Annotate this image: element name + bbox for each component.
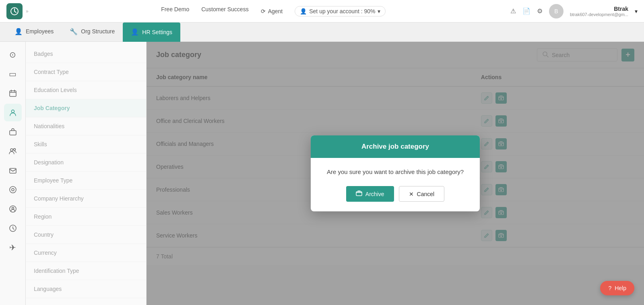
menu-item-job-category[interactable]: Job Category bbox=[26, 99, 146, 117]
document-icon[interactable]: 📄 bbox=[522, 7, 530, 15]
sidebar-icon-team[interactable] bbox=[4, 142, 22, 160]
sidebar-icon-dashboard[interactable]: ⊙ bbox=[4, 46, 22, 63]
top-nav-right: ⚠ 📄 ⚙ B Btrak btrak607-development@gm...… bbox=[510, 4, 638, 18]
menu-item-pay-frequency[interactable]: Pay Frequency bbox=[26, 298, 146, 305]
top-nav-links: Free Demo Customer Success ⟳ Agent 👤 Set… bbox=[37, 6, 510, 16]
tab-employees[interactable]: 👤 Employees bbox=[6, 23, 62, 42]
svg-point-10 bbox=[13, 149, 15, 151]
menu-item-contract-type[interactable]: Contract Type bbox=[26, 63, 146, 81]
nav-link-free-demo[interactable]: Free Demo bbox=[161, 6, 189, 16]
modal-body: Are you sure you want to archive this jo… bbox=[311, 158, 480, 186]
svg-point-7 bbox=[11, 110, 14, 113]
menu-item-languages[interactable]: Languages bbox=[26, 280, 146, 298]
top-nav: » Free Demo Customer Success ⟳ Agent 👤 S… bbox=[0, 0, 644, 23]
menu-item-company-hierarchy[interactable]: Company Hierarchy bbox=[26, 190, 146, 208]
alert-icon[interactable]: ⚠ bbox=[510, 7, 516, 15]
user-name: Btrak bbox=[570, 6, 628, 12]
modal-title: Archive job category bbox=[361, 143, 429, 150]
menu-item-skills[interactable]: Skills bbox=[26, 135, 146, 154]
help-label: Help bbox=[615, 285, 626, 291]
cancel-icon: ✕ bbox=[409, 191, 414, 197]
chevron-down-icon: ▾ bbox=[378, 8, 380, 14]
nav-expander[interactable]: » bbox=[26, 8, 29, 14]
svg-line-18 bbox=[13, 228, 14, 229]
modal-header: Archive job category bbox=[311, 135, 480, 158]
settings-icon[interactable]: ⚙ bbox=[537, 7, 543, 15]
org-structure-tab-icon: 🔧 bbox=[70, 28, 78, 35]
menu-item-nationalities[interactable]: Nationalities bbox=[26, 117, 146, 135]
sidebar-icon-analytics[interactable] bbox=[4, 181, 22, 199]
help-icon: ? bbox=[608, 285, 611, 291]
nav-link-customer-success[interactable]: Customer Success bbox=[201, 6, 248, 16]
svg-rect-11 bbox=[10, 168, 16, 173]
tabs-bar: 👤 Employees 🔧 Org Structure 👤 HR Setting… bbox=[0, 23, 644, 42]
avatar[interactable]: B bbox=[549, 4, 564, 18]
archive-btn-icon bbox=[356, 190, 362, 198]
sidebar-icon-calendar[interactable] bbox=[4, 84, 22, 102]
sidebar-icon-user-circle[interactable] bbox=[4, 200, 22, 218]
menu-item-currency[interactable]: Currency bbox=[26, 244, 146, 262]
cancel-button[interactable]: ✕ Cancel bbox=[399, 186, 445, 202]
user-email: btrak607-development@gm... bbox=[570, 12, 628, 17]
sidebar-icon-monitor[interactable]: ▭ bbox=[4, 65, 22, 83]
archive-confirm-button[interactable]: Archive bbox=[346, 186, 394, 202]
sidebar-icon-send[interactable]: ✈ bbox=[4, 239, 22, 256]
user-dropdown-icon[interactable]: ▾ bbox=[635, 8, 638, 14]
sidebar-icon-person[interactable] bbox=[4, 104, 22, 121]
menu-item-designation[interactable]: Designation bbox=[26, 154, 146, 172]
svg-rect-3 bbox=[10, 91, 16, 96]
cancel-btn-label: Cancel bbox=[417, 191, 435, 197]
icon-sidebar: ⊙ ▭ bbox=[0, 42, 26, 305]
menu-item-employee-type[interactable]: Employee Type bbox=[26, 172, 146, 190]
content-area: Job category + J bbox=[147, 42, 644, 305]
left-menu: Badges Contract Type Education Levels Jo… bbox=[26, 42, 147, 305]
menu-item-country[interactable]: Country bbox=[26, 226, 146, 244]
tab-org-structure[interactable]: 🔧 Org Structure bbox=[62, 23, 123, 42]
menu-item-badges[interactable]: Badges bbox=[26, 45, 146, 63]
archive-modal: Archive job category Are you sure you wa… bbox=[311, 135, 480, 212]
setup-button[interactable]: 👤 Set up your account : 90% ▾ bbox=[295, 6, 386, 16]
svg-point-13 bbox=[12, 188, 14, 191]
menu-item-identification-type[interactable]: Identification Type bbox=[26, 262, 146, 280]
svg-rect-8 bbox=[10, 131, 16, 135]
archive-btn-label: Archive bbox=[365, 191, 384, 197]
tab-hr-settings[interactable]: 👤 HR Settings bbox=[123, 23, 180, 42]
sidebar-icon-mail[interactable] bbox=[4, 162, 22, 179]
menu-item-education-levels[interactable]: Education Levels bbox=[26, 81, 146, 99]
modal-actions: Archive ✕ Cancel bbox=[311, 186, 480, 211]
svg-point-12 bbox=[10, 186, 16, 193]
person-icon: 👤 bbox=[300, 8, 307, 14]
main-layout: ⊙ ▭ bbox=[0, 42, 644, 305]
modal-overlay: Archive job category Are you sure you wa… bbox=[147, 42, 644, 305]
hr-settings-tab-icon: 👤 bbox=[131, 28, 139, 36]
sidebar-icon-briefcase[interactable] bbox=[4, 123, 22, 141]
sidebar-icon-clock[interactable] bbox=[4, 219, 22, 237]
svg-point-9 bbox=[10, 149, 13, 151]
menu-item-region[interactable]: Region bbox=[26, 208, 146, 226]
agent-icon: ⟳ bbox=[261, 8, 266, 14]
svg-line-2 bbox=[14, 11, 16, 12]
svg-point-15 bbox=[12, 207, 14, 209]
user-info: Btrak btrak607-development@gm... bbox=[570, 6, 628, 17]
modal-message: Are you sure you want to archive this jo… bbox=[322, 168, 469, 177]
employees-tab-icon: 👤 bbox=[14, 28, 23, 35]
nav-link-agent[interactable]: ⟳ Agent bbox=[261, 6, 283, 16]
help-button[interactable]: ? Help bbox=[600, 281, 634, 295]
app-logo[interactable] bbox=[6, 3, 23, 19]
